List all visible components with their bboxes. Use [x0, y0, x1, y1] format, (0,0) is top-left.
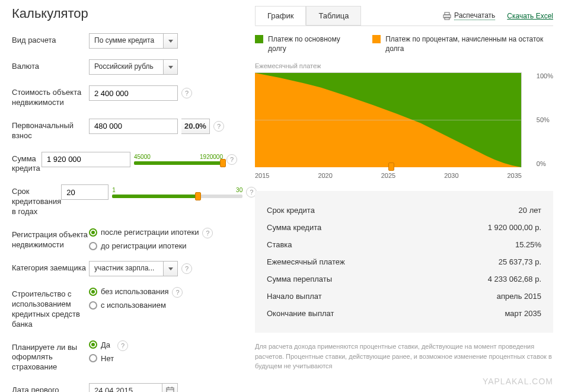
summary-term-label: Срок кредита: [267, 206, 315, 215]
property-cost-input[interactable]: [89, 85, 178, 101]
help-icon[interactable]: ?: [202, 228, 213, 238]
first-payment-date-input[interactable]: 24.04.2015: [89, 383, 178, 392]
insurance-label: Планируете ли вы оформлять страхование: [12, 340, 89, 373]
chevron-down-icon: [163, 60, 177, 74]
tab-table[interactable]: Таблица: [306, 6, 361, 26]
calc-type-select[interactable]: По сумме кредита: [89, 33, 178, 49]
help-icon[interactable]: ?: [213, 121, 224, 132]
help-icon[interactable]: ?: [226, 154, 237, 165]
chevron-down-icon: [163, 34, 177, 48]
help-icon[interactable]: ?: [172, 287, 183, 298]
summary-term-value: 20 лет: [519, 206, 541, 215]
registration-label: Регистрация объекта недвижимости: [12, 228, 89, 250]
loan-term-input[interactable]: [61, 184, 108, 200]
legend-color-interest: [372, 35, 381, 43]
x-label: 2015: [255, 172, 269, 179]
slider-thumb[interactable]: [195, 192, 201, 200]
help-icon[interactable]: ?: [117, 340, 128, 351]
slider-thumb[interactable]: [220, 159, 226, 167]
summary-start-value: апрель 2015: [497, 292, 541, 301]
x-label: 2035: [507, 172, 522, 179]
radio-icon: [89, 301, 97, 310]
currency-select[interactable]: Российский рубль: [89, 59, 178, 75]
y-label: 0%: [537, 160, 553, 167]
registration-after-radio[interactable]: после регистрации ипотеки: [89, 228, 199, 237]
radio-icon: [89, 354, 97, 362]
loan-term-label: Срок кредитования в годах: [12, 184, 61, 217]
download-excel-link[interactable]: Скачать Excel: [507, 12, 553, 20]
page-title: Калькулятор: [12, 6, 237, 21]
chart-title: Ежемесячный платеж: [255, 62, 553, 69]
construction-label: Строительство с использованием кредитных…: [12, 287, 89, 330]
y-label: 50%: [537, 116, 553, 123]
radio-label: без использования: [101, 287, 168, 296]
slider-max: 30: [236, 187, 242, 193]
legend-label-interest: Платеж по процентам, начисленным на оста…: [385, 35, 553, 53]
summary-amount-label: Сумма кредита: [267, 223, 321, 232]
currency-label: Валюта: [12, 59, 89, 72]
x-label: 2030: [444, 172, 458, 179]
radio-label: с использованием: [101, 301, 166, 310]
property-cost-label: Стоимость объекта недвижимости: [12, 85, 89, 108]
first-payment-date-label: Дата первого платежа: [12, 383, 89, 392]
summary-box: Срок кредита20 лет Сумма кредита1 920 00…: [255, 191, 553, 333]
radio-icon: [89, 288, 97, 296]
radio-icon: [89, 340, 97, 349]
summary-monthly-value: 25 637,73 р.: [499, 257, 541, 266]
summary-monthly-label: Ежемесячный платеж: [267, 257, 345, 266]
calendar-icon[interactable]: [162, 384, 177, 392]
help-icon[interactable]: ?: [181, 263, 192, 274]
borrower-category-label: Категория заемщика: [12, 261, 89, 273]
radio-label: после регистрации ипотеки: [101, 228, 199, 237]
loan-amount-slider[interactable]: [134, 161, 223, 165]
down-payment-label: Первоначальный взнос: [12, 119, 89, 141]
summary-amount-value: 1 920 000,00 р.: [488, 223, 541, 232]
loan-term-slider[interactable]: [112, 195, 242, 198]
registration-before-radio[interactable]: до регистрации ипотеки: [89, 241, 199, 250]
radio-icon: [89, 242, 97, 250]
borrower-category-value: участник зарпла...: [90, 262, 163, 276]
down-payment-percent: 20.0%: [181, 119, 210, 134]
payment-chart: 100% 50% 0% 2015 2020 2025 2030 2035: [255, 72, 553, 179]
date-value: 24.04.2015: [90, 384, 162, 392]
summary-overpay-label: Сумма переплаты: [267, 275, 332, 283]
summary-rate-value: 15.25%: [515, 240, 541, 249]
loan-amount-input[interactable]: [42, 152, 130, 167]
svg-rect-4: [445, 12, 449, 15]
radio-label: до регистрации ипотеки: [101, 241, 187, 250]
slider-min: 1: [112, 187, 116, 193]
chart-marker[interactable]: [388, 162, 394, 171]
watermark: YAPLAKAL.COM: [483, 377, 553, 386]
y-label: 100%: [537, 72, 553, 79]
radio-label: Нет: [101, 354, 114, 363]
radio-icon: [89, 228, 97, 237]
loan-amount-label: Сумма кредита: [12, 152, 42, 174]
currency-value: Российский рубль: [90, 60, 163, 74]
legend-color-principal: [255, 35, 263, 43]
help-icon[interactable]: ?: [181, 88, 192, 98]
construction-without-radio[interactable]: без использования: [89, 287, 168, 296]
tab-chart[interactable]: График: [255, 6, 306, 26]
x-label: 2025: [381, 172, 395, 179]
summary-rate-label: Ставка: [267, 240, 292, 249]
x-label: 2020: [318, 172, 332, 179]
radio-label: Да: [101, 340, 110, 349]
calc-type-value: По сумме кредита: [90, 34, 163, 48]
summary-start-label: Начало выплат: [267, 292, 322, 301]
borrower-category-select[interactable]: участник зарпла...: [89, 261, 178, 276]
calc-type-label: Вид расчета: [12, 33, 89, 46]
insurance-no-radio[interactable]: Нет: [89, 354, 114, 363]
legend-label-principal: Платеж по основному долгу: [268, 35, 355, 53]
chevron-down-icon: [163, 262, 177, 276]
print-icon: [443, 12, 451, 20]
construction-with-radio[interactable]: с использованием: [89, 301, 168, 310]
down-payment-input[interactable]: [89, 119, 178, 134]
summary-end-value: март 2035: [505, 309, 541, 318]
summary-end-label: Окончание выплат: [267, 309, 334, 318]
insurance-yes-radio[interactable]: Да: [89, 340, 114, 349]
disclaimer-text: Для расчета дохода применяются процентны…: [255, 342, 553, 371]
print-link[interactable]: Распечатать: [454, 11, 495, 20]
slider-min: 45000: [134, 154, 151, 160]
summary-overpay-value: 4 233 062,68 р.: [488, 275, 541, 283]
